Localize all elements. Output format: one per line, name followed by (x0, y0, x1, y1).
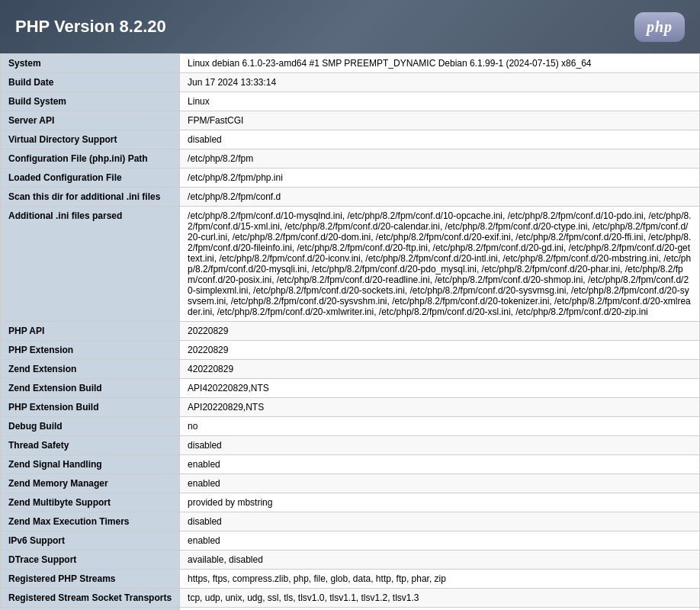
row-label: Additional .ini files parsed (1, 207, 180, 322)
row-value: Linux debian 6.1.0-23-amd64 #1 SMP PREEM… (180, 54, 700, 73)
table-row: Zend Multibyte Supportprovided by mbstri… (1, 493, 700, 512)
row-value: 20220829 (180, 341, 700, 360)
row-label: Build System (1, 92, 180, 111)
row-value: 20220829 (180, 322, 700, 341)
row-label: Registered PHP Streams (1, 570, 180, 589)
row-label: Configuration File (php.ini) Path (1, 149, 180, 169)
row-value: https, ftps, compress.zlib, php, file, g… (180, 570, 700, 589)
php-logo: php (634, 12, 685, 42)
row-value: enabled (180, 531, 700, 551)
row-value: 420220829 (180, 360, 700, 379)
table-row: Zend Memory Managerenabled (1, 474, 700, 493)
table-row: Scan this dir for additional .ini files/… (1, 188, 700, 207)
table-row: Build DateJun 17 2024 13:33:14 (1, 73, 700, 92)
row-label: Virtual Directory Support (1, 130, 180, 149)
table-row: Thread Safetydisabled (1, 436, 700, 455)
row-label: Zend Extension Build (1, 379, 180, 398)
row-value: Jun 17 2024 13:33:14 (180, 73, 700, 92)
page-header: PHP Version 8.2.20 php (0, 0, 700, 53)
row-value: /etc/php/8.2/fpm (180, 149, 700, 169)
row-label: Zend Max Execution Timers (1, 512, 180, 531)
page-title: PHP Version 8.2.20 (15, 17, 166, 37)
info-table: SystemLinux debian 6.1.0-23-amd64 #1 SMP… (0, 53, 700, 610)
row-value: /etc/php/8.2/fpm/conf.d (180, 188, 700, 207)
row-value: API420220829,NTS (180, 379, 700, 398)
table-row: Zend Max Execution Timersdisabled (1, 512, 700, 531)
row-value: disabled (180, 436, 700, 455)
php-logo-text: php (647, 18, 673, 36)
table-row: DTrace Supportavailable, disabled (1, 551, 700, 570)
row-value: available, disabled (180, 551, 700, 570)
row-label: Build Date (1, 73, 180, 92)
row-label: Registered Stream Socket Transports (1, 589, 180, 608)
row-label: Debug Build (1, 417, 180, 436)
table-row: IPv6 Supportenabled (1, 531, 700, 551)
row-value: Linux (180, 92, 700, 111)
row-label: Registered Stream Filters (1, 608, 180, 611)
row-label: Server API (1, 111, 180, 130)
table-row: Debug Buildno (1, 417, 700, 436)
table-row: Zend Extension BuildAPI420220829,NTS (1, 379, 700, 398)
row-label: PHP Extension (1, 341, 180, 360)
table-row: Additional .ini files parsed/etc/php/8.2… (1, 207, 700, 322)
row-value: FPM/FastCGI (180, 111, 700, 130)
row-label: Zend Signal Handling (1, 455, 180, 474)
row-label: PHP Extension Build (1, 398, 180, 417)
table-row: Zend Signal Handlingenabled (1, 455, 700, 474)
row-label: Loaded Configuration File (1, 169, 180, 188)
row-value: tcp, udp, unix, udg, ssl, tls, tlsv1.0, … (180, 589, 700, 608)
table-row: Registered Stream Socket Transportstcp, … (1, 589, 700, 608)
table-row: Configuration File (php.ini) Path/etc/ph… (1, 149, 700, 169)
row-value: API20220829,NTS (180, 398, 700, 417)
table-row: Registered PHP Streamshttps, ftps, compr… (1, 570, 700, 589)
table-row: PHP API20220829 (1, 322, 700, 341)
row-label: IPv6 Support (1, 531, 180, 551)
row-label: Zend Extension (1, 360, 180, 379)
row-value: no (180, 417, 700, 436)
row-value: zlib.*, string.rot13, string.toupper, st… (180, 608, 700, 611)
table-row: SystemLinux debian 6.1.0-23-amd64 #1 SMP… (1, 54, 700, 73)
row-value: disabled (180, 512, 700, 531)
row-label: System (1, 54, 180, 73)
table-row: PHP Extension20220829 (1, 341, 700, 360)
row-label: DTrace Support (1, 551, 180, 570)
table-row: Zend Extension420220829 (1, 360, 700, 379)
table-row: Loaded Configuration File/etc/php/8.2/fp… (1, 169, 700, 188)
row-label: Zend Multibyte Support (1, 493, 180, 512)
row-value: /etc/php/8.2/fpm/php.ini (180, 169, 700, 188)
row-value: enabled (180, 455, 700, 474)
row-label: PHP API (1, 322, 180, 341)
table-row: Registered Stream Filterszlib.*, string.… (1, 608, 700, 611)
row-value: disabled (180, 130, 700, 149)
row-label: Zend Memory Manager (1, 474, 180, 493)
row-value: /etc/php/8.2/fpm/conf.d/10-mysqlnd.ini, … (180, 207, 700, 322)
row-value: provided by mbstring (180, 493, 700, 512)
row-label: Thread Safety (1, 436, 180, 455)
table-row: PHP Extension BuildAPI20220829,NTS (1, 398, 700, 417)
row-label: Scan this dir for additional .ini files (1, 188, 180, 207)
table-row: Build SystemLinux (1, 92, 700, 111)
table-row: Server APIFPM/FastCGI (1, 111, 700, 130)
row-value: enabled (180, 474, 700, 493)
table-row: Virtual Directory Supportdisabled (1, 130, 700, 149)
